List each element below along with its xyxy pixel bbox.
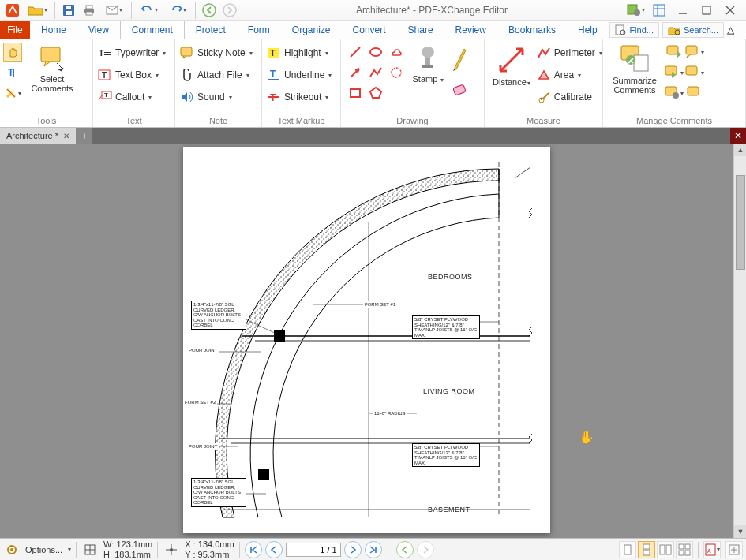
print-button[interactable] (80, 2, 99, 19)
sticky-note-button[interactable]: Sticky Note▾ (180, 43, 257, 63)
position-readout: X : 134.0mm Y : 95.3mm (185, 539, 234, 558)
redo-button[interactable]: ▾ (164, 2, 191, 19)
polyline-tool-icon[interactable] (366, 63, 385, 82)
nav-fwd-button[interactable] (220, 2, 239, 19)
fullscreen-icon[interactable] (648, 2, 670, 19)
calibrate-button[interactable]: Calibrate (537, 87, 602, 107)
email-button[interactable]: ▾ (100, 2, 127, 19)
import-comments-icon[interactable] (665, 43, 684, 62)
find-button[interactable]: Find... (609, 22, 659, 38)
format-tool-icon[interactable]: ▾ (3, 84, 22, 103)
tab-convert[interactable]: Convert (342, 21, 397, 39)
nav-back-button[interactable] (200, 2, 219, 19)
single-page-view[interactable] (619, 541, 636, 558)
document-viewport[interactable]: BEDROOMS LIVING ROOM BASEMENT 1-3/4"x11-… (0, 144, 746, 538)
tab-help[interactable]: Help (567, 21, 609, 39)
area-button[interactable]: Area▾ (537, 65, 602, 85)
highlight-button[interactable]: THighlight▾ (267, 43, 336, 63)
first-page-button[interactable] (245, 541, 262, 558)
distance-button[interactable]: Distance▾ (489, 43, 534, 89)
hand-tool-icon[interactable] (3, 43, 22, 62)
sound-button[interactable]: Sound▾ (180, 87, 257, 107)
history-fwd-button[interactable] (417, 541, 434, 558)
comment-styles-icon[interactable]: ▾ (665, 84, 684, 103)
comments-list-icon[interactable] (685, 84, 704, 103)
group-measure: Distance▾ Perimeter▾ Area▾ Calibrate Mea… (485, 39, 603, 127)
scroll-thumb[interactable] (736, 175, 745, 270)
typewriter-button[interactable]: TTypewriter▾ (98, 43, 170, 63)
last-page-button[interactable] (365, 541, 382, 558)
rect-tool-icon[interactable] (346, 84, 365, 103)
oval-tool-icon[interactable] (366, 43, 385, 62)
app-icon[interactable] (3, 2, 22, 19)
close-all-icon[interactable]: ✕ (730, 128, 746, 144)
pencil-tool-icon[interactable] (450, 43, 469, 74)
summarize-comments-button[interactable]: Summarize Comments (608, 43, 662, 96)
tab-share[interactable]: Share (397, 21, 444, 39)
options-label[interactable]: Options... (25, 545, 62, 554)
show-comments-icon[interactable]: ▾ (685, 43, 704, 62)
tab-view[interactable]: View (77, 21, 120, 39)
flatten-comments-icon[interactable]: ▾ (685, 63, 704, 82)
callout-button[interactable]: TCallout▾ (98, 87, 170, 107)
position-icon[interactable] (163, 541, 180, 558)
tab-organize[interactable]: Organize (281, 21, 342, 39)
tab-bookmarks[interactable]: Bookmarks (497, 21, 567, 39)
save-button[interactable] (59, 2, 78, 19)
minimize-button[interactable] (672, 2, 694, 19)
polygon-tool-icon[interactable] (366, 84, 385, 103)
continuous-view[interactable] (638, 541, 655, 558)
layout-buttons (619, 541, 693, 558)
options-gear-icon[interactable] (3, 541, 21, 558)
strikeout-button[interactable]: TStrikeout▾ (267, 87, 336, 107)
two-page-view[interactable] (657, 541, 674, 558)
pdf-info-icon[interactable]: A▾ (703, 541, 721, 558)
open-button[interactable]: ▾ (24, 2, 51, 19)
maximize-button[interactable] (695, 2, 718, 19)
polycloud-tool-icon[interactable] (387, 63, 406, 82)
prev-page-button[interactable] (265, 541, 283, 558)
stamp-button[interactable]: Stamp ▾ (409, 43, 447, 86)
document-tab[interactable]: Architecture * ✕ (0, 128, 77, 144)
arrow-tool-icon[interactable] (346, 63, 365, 82)
perimeter-button[interactable]: Perimeter▾ (537, 43, 602, 63)
scrollbar-vertical[interactable]: ▲ ▼ (733, 144, 746, 538)
history-back-button[interactable] (396, 541, 414, 558)
ui-settings-icon[interactable]: ▾ (624, 2, 647, 19)
textbox-button[interactable]: TText Box▾ (98, 65, 170, 85)
svg-rect-47 (686, 46, 697, 54)
tab-file[interactable]: File (0, 21, 30, 39)
export-comments-icon[interactable]: ▾ (665, 63, 684, 82)
select-text-tool-icon[interactable]: T (3, 63, 22, 82)
scroll-up-icon[interactable]: ▲ (734, 144, 746, 156)
tab-comment[interactable]: Comment (120, 21, 185, 39)
search-button[interactable]: Search... (662, 22, 724, 38)
close-tab-icon[interactable]: ✕ (63, 132, 69, 140)
zoom-dialog-icon[interactable] (725, 541, 743, 558)
close-button[interactable] (719, 2, 741, 19)
page-input[interactable] (286, 543, 341, 557)
dimensions-icon[interactable] (81, 541, 99, 558)
drawing-content (183, 147, 550, 533)
cloud-tool-icon[interactable] (387, 43, 406, 62)
new-tab-button[interactable]: ＋ (77, 128, 92, 144)
tab-protect[interactable]: Protect (185, 21, 237, 39)
eraser-tool-icon[interactable] (450, 76, 469, 107)
pdf-page: BEDROOMS LIVING ROOM BASEMENT 1-3/4"x11-… (183, 147, 550, 533)
svg-point-39 (422, 47, 434, 58)
tab-home[interactable]: Home (30, 21, 77, 39)
next-page-button[interactable] (344, 541, 362, 558)
tab-review[interactable]: Review (444, 21, 497, 39)
tab-form[interactable]: Form (237, 21, 281, 39)
undo-button[interactable]: ▾ (136, 2, 163, 19)
status-bar: Options...▾ W: 123.1mm H: 183.1mm X : 13… (0, 538, 746, 560)
group-note: Sticky Note▾ Attach File▾ Sound▾ Note (175, 39, 262, 127)
two-continuous-view[interactable] (676, 541, 693, 558)
collapse-ribbon-icon[interactable]: △ (727, 24, 743, 35)
select-comments-button[interactable]: Select Comments (25, 43, 79, 95)
svg-point-9 (223, 4, 236, 17)
scroll-down-icon[interactable]: ▼ (734, 525, 746, 538)
attach-file-button[interactable]: Attach File▾ (180, 65, 257, 85)
line-tool-icon[interactable] (346, 43, 365, 62)
underline-button[interactable]: TUnderline▾ (267, 65, 336, 85)
